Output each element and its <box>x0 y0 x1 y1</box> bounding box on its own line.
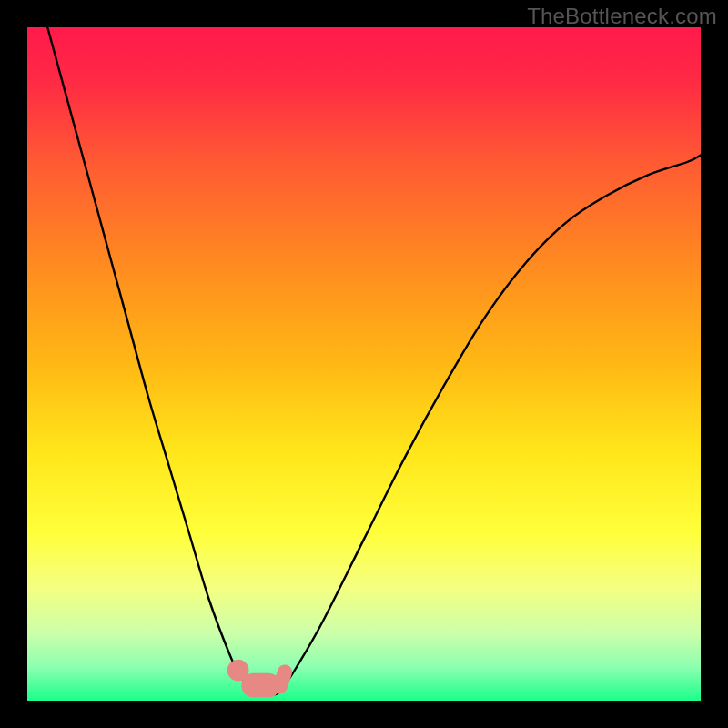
plot-area <box>27 27 701 701</box>
watermark-text: TheBottleneck.com <box>527 4 717 29</box>
bottleneck-curve <box>27 27 701 701</box>
